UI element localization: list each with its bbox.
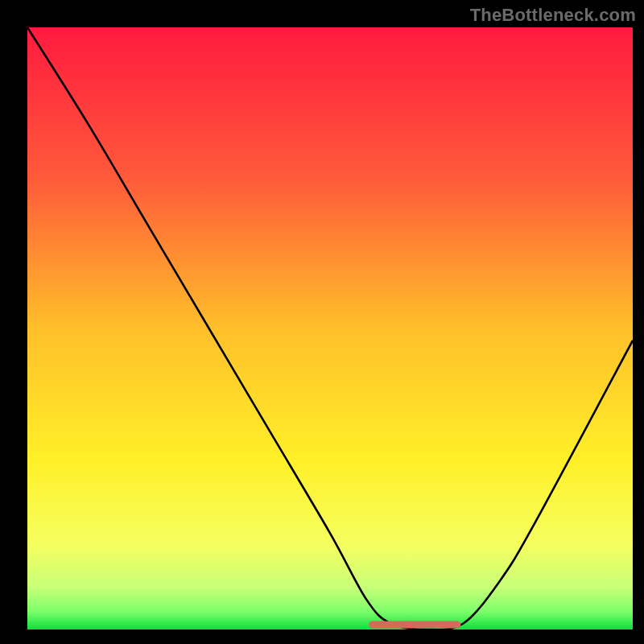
watermark-text: TheBottleneck.com: [470, 5, 636, 26]
chart-frame: TheBottleneck.com: [0, 0, 644, 644]
plot-background: [27, 27, 633, 630]
bottleneck-chart: [0, 0, 644, 644]
